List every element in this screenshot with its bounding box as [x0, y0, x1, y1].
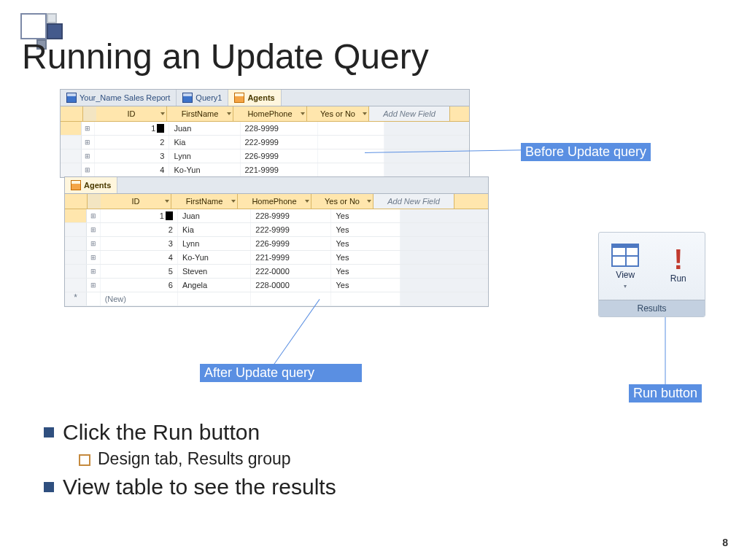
- datasheet-after: Agents ID FirstName HomePhone Yes or No …: [64, 176, 489, 307]
- cell-yesno[interactable]: [318, 136, 384, 149]
- cell-yesno[interactable]: Yes: [331, 265, 400, 278]
- cell-yesno[interactable]: Yes: [331, 237, 400, 250]
- column-headers: ID FirstName HomePhone Yes or No Add New…: [61, 106, 469, 122]
- col-firstname[interactable]: FirstName: [171, 194, 238, 209]
- cell-id[interactable]: 4: [95, 163, 170, 176]
- cell-homephone[interactable]: 228-9999: [241, 122, 318, 135]
- cell-id[interactable]: 1: [95, 122, 170, 135]
- bullet-marker: [44, 482, 54, 492]
- table-row[interactable]: 6Angela228-0000Yes: [65, 279, 488, 292]
- cell-add[interactable]: [400, 279, 488, 292]
- run-label: Run: [670, 273, 686, 284]
- cell-firstname[interactable]: Steven: [178, 265, 251, 278]
- tab-label: Agents: [84, 181, 111, 190]
- cell-yesno[interactable]: [318, 122, 384, 135]
- cell-id[interactable]: 6: [101, 279, 178, 292]
- cell-homephone[interactable]: 222-9999: [241, 136, 318, 149]
- cell-homephone[interactable]: 222-0000: [251, 265, 331, 278]
- cell-add[interactable]: [400, 265, 488, 278]
- cell-firstname[interactable]: Lynn: [178, 237, 251, 250]
- bullet-text: View table to see the results: [63, 475, 336, 499]
- query-icon: [182, 93, 193, 103]
- table-icon: [234, 93, 244, 103]
- col-yesno[interactable]: Yes or No: [311, 194, 374, 209]
- col-yesno[interactable]: Yes or No: [307, 106, 369, 121]
- cell-add[interactable]: [400, 209, 488, 222]
- col-add-new[interactable]: Add New Field: [369, 106, 450, 121]
- run-exclamation-icon: !: [673, 249, 683, 271]
- column-headers: ID FirstName HomePhone Yes or No Add New…: [65, 194, 488, 209]
- cell-id[interactable]: 2: [95, 136, 170, 149]
- cell-id[interactable]: 3: [101, 237, 178, 250]
- cell-add[interactable]: [384, 122, 469, 135]
- col-homephone[interactable]: HomePhone: [233, 106, 307, 121]
- cell-firstname[interactable]: Angela: [178, 279, 251, 292]
- cell-firstname[interactable]: Ko-Yun: [178, 251, 251, 264]
- tab-agents[interactable]: Agents: [65, 177, 117, 193]
- callout-run: Run button: [629, 384, 702, 402]
- tab-report[interactable]: Your_Name Sales Report: [61, 90, 177, 106]
- cell-yesno[interactable]: Yes: [331, 251, 400, 264]
- table-row[interactable]: 1Juan228-9999: [61, 122, 469, 136]
- table-row[interactable]: 1Juan228-9999Yes: [65, 209, 488, 223]
- tab-strip: Your_Name Sales Report Query1 Agents: [61, 90, 469, 106]
- table-row[interactable]: 5Steven222-0000Yes: [65, 265, 488, 279]
- table-row-new[interactable]: (New): [65, 292, 488, 306]
- bullet-list: Click the Run button Design tab, Results…: [44, 416, 725, 504]
- tab-label: Query1: [196, 93, 222, 102]
- cell-yesno[interactable]: [318, 163, 384, 176]
- cell-yesno[interactable]: [318, 149, 384, 163]
- cell-id[interactable]: 2: [101, 223, 178, 236]
- cell-add[interactable]: [384, 163, 469, 176]
- tab-query[interactable]: Query1: [177, 90, 228, 106]
- cell-yesno[interactable]: Yes: [331, 279, 400, 292]
- cell-id[interactable]: (New): [101, 292, 178, 306]
- run-button[interactable]: ! Run: [652, 233, 705, 300]
- cell-firstname[interactable]: Juan: [169, 122, 240, 135]
- cell-add[interactable]: [400, 251, 488, 264]
- cell-firstname[interactable]: Kia: [169, 136, 240, 149]
- datasheet-before: Your_Name Sales Report Query1 Agents ID …: [60, 89, 470, 178]
- cell-yesno[interactable]: Yes: [331, 223, 400, 236]
- dropdown-icon: ▾: [624, 283, 627, 289]
- cell-firstname[interactable]: Ko-Yun: [169, 163, 240, 176]
- view-label: View: [616, 270, 635, 280]
- cell-homephone[interactable]: 228-9999: [251, 209, 331, 222]
- col-add-new[interactable]: Add New Field: [374, 194, 454, 209]
- bullet-level2: Design tab, Results group: [79, 449, 725, 469]
- cell-id[interactable]: 5: [101, 265, 178, 278]
- cell-id[interactable]: 3: [95, 149, 170, 163]
- table-row[interactable]: 2Kia222-9999: [61, 136, 469, 149]
- cell-homephone[interactable]: 226-9999: [241, 149, 318, 163]
- bullet-text: Design tab, Results group: [98, 449, 291, 469]
- table-row[interactable]: 4Ko-Yun221-9999: [61, 163, 469, 177]
- table-row[interactable]: 2Kia222-9999Yes: [65, 223, 488, 237]
- cell-id[interactable]: 1: [101, 209, 178, 222]
- cell-homephone[interactable]: 226-9999: [251, 237, 331, 250]
- col-id[interactable]: ID: [101, 194, 171, 209]
- cell-homephone[interactable]: 221-9999: [241, 163, 318, 176]
- tab-agents[interactable]: Agents: [228, 90, 281, 106]
- cell-add[interactable]: [400, 223, 488, 236]
- cell-firstname[interactable]: Juan: [178, 209, 251, 222]
- cell-add[interactable]: [384, 136, 469, 149]
- callout-before: Before Update query: [521, 143, 651, 161]
- cell-add[interactable]: [400, 237, 488, 250]
- col-homephone[interactable]: HomePhone: [238, 194, 311, 209]
- table-row[interactable]: 4Ko-Yun221-9999Yes: [65, 251, 488, 265]
- cell-homephone[interactable]: 228-0000: [251, 279, 331, 292]
- bullet-text: Click the Run button: [63, 420, 260, 445]
- bullet-level1: Click the Run button: [44, 420, 725, 445]
- cell-homephone[interactable]: 221-9999: [251, 251, 331, 264]
- col-id[interactable]: ID: [96, 106, 167, 121]
- cell-firstname[interactable]: Kia: [178, 223, 251, 236]
- table-row[interactable]: 3Lynn226-9999Yes: [65, 237, 488, 251]
- bullet-marker: [79, 454, 90, 466]
- cell-id[interactable]: 4: [101, 251, 178, 264]
- cell-homephone[interactable]: 222-9999: [251, 223, 331, 236]
- col-firstname[interactable]: FirstName: [167, 106, 233, 121]
- cell-yesno[interactable]: Yes: [331, 209, 400, 222]
- bullet-level1: View table to see the results: [44, 475, 725, 499]
- cell-firstname[interactable]: Lynn: [169, 149, 240, 163]
- view-button[interactable]: View ▾: [599, 233, 652, 300]
